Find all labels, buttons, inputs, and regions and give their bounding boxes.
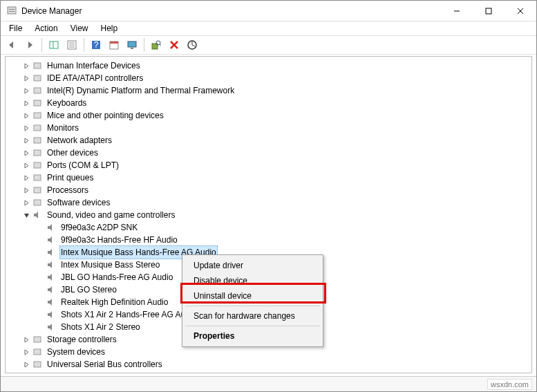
toolbar: ?: [1, 35, 536, 55]
minimize-button[interactable]: [441, 1, 473, 21]
menu-scan-hardware[interactable]: Scan for hardware changes: [184, 308, 321, 324]
category-node[interactable]: Network adapters: [6, 134, 531, 147]
collapse-arrow-icon[interactable]: [22, 211, 30, 219]
category-label: Human Interface Devices: [46, 59, 142, 72]
system-icon: [32, 346, 43, 357]
svg-line-21: [160, 44, 161, 46]
category-node[interactable]: Software devices: [6, 196, 531, 209]
device-label: Shots X1 Air 2 Hands-Free AG Audio: [59, 308, 198, 321]
expand-arrow-icon[interactable]: [22, 198, 30, 207]
maximize-button[interactable]: [473, 1, 505, 21]
category-label: IDE ATA/ATAPI controllers: [46, 72, 144, 84]
category-node[interactable]: Intel(R) Dynamic Platform and Thermal Fr…: [6, 84, 531, 97]
svg-rect-35: [34, 337, 41, 342]
menu-properties[interactable]: Properties: [184, 328, 321, 344]
category-label: Processors: [46, 184, 90, 196]
expand-arrow-icon[interactable]: [22, 124, 30, 132]
expand-arrow-icon[interactable]: [22, 149, 30, 157]
category-node[interactable]: Keyboards: [6, 97, 531, 109]
svg-rect-23: [34, 63, 41, 68]
category-node[interactable]: Mice and other pointing devices: [6, 109, 531, 122]
svg-rect-7: [50, 41, 58, 48]
show-hide-console-icon[interactable]: [46, 37, 62, 53]
device-label: Shots X1 Air 2 Stereo: [59, 321, 142, 333]
category-label: Sound, video and game controllers: [46, 209, 176, 221]
category-label: Network adapters: [46, 134, 113, 147]
menu-separator: [185, 306, 320, 306]
usb-icon: [32, 359, 43, 370]
expand-arrow-icon[interactable]: [22, 99, 30, 107]
other-icon: [32, 147, 43, 158]
expand-arrow-icon[interactable]: [22, 348, 30, 356]
port-icon: [32, 160, 43, 171]
category-node[interactable]: IDE ATA/ATAPI controllers: [6, 72, 531, 84]
category-label: Storage controllers: [46, 333, 118, 346]
menu-file[interactable]: File: [5, 22, 26, 35]
expand-arrow-icon[interactable]: [22, 136, 30, 144]
category-node[interactable]: System devices: [6, 346, 531, 358]
device-label: JBL GO Hands-Free AG Audio: [59, 271, 174, 283]
category-node-sound[interactable]: Sound, video and game controllers: [6, 209, 531, 221]
category-node[interactable]: Processors: [6, 184, 531, 196]
svg-rect-29: [34, 138, 41, 143]
disable-icon[interactable]: [184, 37, 200, 53]
mouse-icon: [32, 110, 43, 121]
menu-disable-device[interactable]: Disable device: [184, 273, 321, 288]
sound-icon: [32, 209, 43, 221]
expand-arrow-icon[interactable]: [22, 74, 30, 82]
monitor-icon: [32, 122, 43, 133]
forward-button[interactable]: [21, 37, 38, 53]
device-node[interactable]: 9f9e0a3c Hands-Free HF Audio: [6, 234, 531, 246]
svg-rect-24: [34, 75, 41, 81]
expand-arrow-icon[interactable]: [22, 174, 30, 182]
svg-rect-2: [9, 11, 15, 12]
speaker-icon: [46, 284, 57, 295]
category-node[interactable]: Print queues: [6, 171, 531, 184]
menu-update-driver[interactable]: Update driver: [184, 258, 321, 273]
expand-arrow-icon[interactable]: [22, 111, 30, 120]
properties-icon[interactable]: [64, 37, 80, 53]
expand-arrow-icon[interactable]: [22, 186, 30, 194]
monitor-icon[interactable]: [124, 37, 140, 53]
category-node[interactable]: Ports (COM & LPT): [6, 159, 531, 171]
category-label: Mice and other pointing devices: [46, 109, 165, 122]
svg-rect-0: [8, 7, 16, 14]
close-button[interactable]: [505, 1, 536, 21]
help-icon[interactable]: ?: [88, 37, 104, 53]
expand-arrow-icon[interactable]: [22, 86, 30, 95]
menu-help[interactable]: Help: [97, 22, 122, 35]
title-bar: Device Manager: [1, 1, 536, 21]
expand-arrow-icon[interactable]: [22, 335, 30, 344]
category-label: Other devices: [46, 147, 100, 159]
chip-icon: [32, 85, 43, 96]
category-node[interactable]: Human Interface Devices: [6, 59, 531, 72]
svg-rect-36: [34, 349, 41, 355]
expand-arrow-icon[interactable]: [22, 161, 30, 169]
speaker-icon: [46, 259, 57, 270]
device-label: Intex Musique Bass Stereo: [59, 259, 161, 271]
watermark: wsxdn.com: [487, 379, 532, 390]
device-node[interactable]: 9f9e0a3c A2DP SNK: [6, 221, 531, 234]
speaker-icon: [46, 272, 57, 283]
hid-icon: [32, 60, 43, 71]
category-label: System devices: [46, 346, 106, 358]
category-node[interactable]: Other devices: [6, 147, 531, 159]
menu-action[interactable]: Action: [30, 22, 62, 35]
device-label: 9f9e0a3c Hands-Free HF Audio: [59, 234, 179, 246]
category-label: Intel(R) Dynamic Platform and Thermal Fr…: [46, 84, 236, 97]
back-button[interactable]: [3, 37, 20, 53]
status-bar: [1, 376, 536, 391]
expand-arrow-icon[interactable]: [22, 360, 30, 368]
calendar-icon[interactable]: [106, 37, 122, 53]
menu-view[interactable]: View: [66, 22, 93, 35]
speaker-icon: [46, 309, 57, 320]
uninstall-icon[interactable]: [166, 37, 182, 53]
category-node[interactable]: Monitors: [6, 122, 531, 134]
expand-arrow-icon[interactable]: [22, 62, 30, 70]
category-node[interactable]: Universal Serial Bus controllers: [6, 358, 531, 371]
scan-hardware-icon[interactable]: [148, 37, 164, 53]
category-label: Keyboards: [46, 97, 88, 109]
menu-uninstall-device[interactable]: Uninstall device: [184, 288, 321, 304]
svg-rect-26: [34, 100, 41, 106]
keyboard-icon: [32, 97, 43, 109]
